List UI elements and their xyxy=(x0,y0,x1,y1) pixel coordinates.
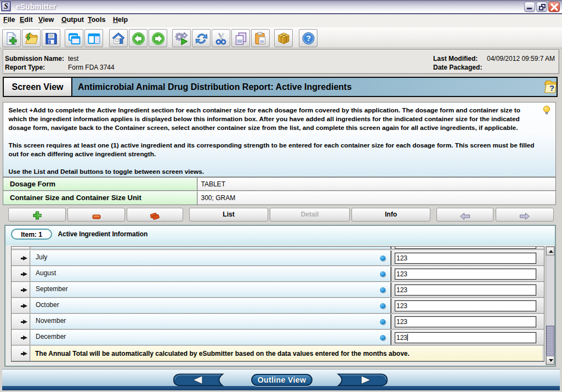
svg-text:?: ? xyxy=(549,83,554,93)
svg-text:?: ? xyxy=(306,33,311,43)
